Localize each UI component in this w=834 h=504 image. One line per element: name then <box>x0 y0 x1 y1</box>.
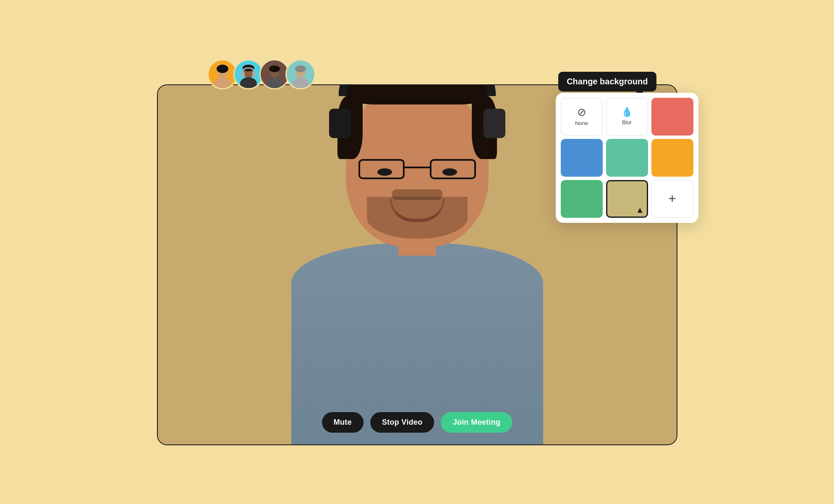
glasses-right-lens <box>430 159 476 179</box>
avatar-2-image <box>235 60 262 88</box>
glasses <box>358 159 476 180</box>
svg-point-3 <box>217 65 228 73</box>
mute-button[interactable]: Mute <box>322 412 363 433</box>
avatar-4-image <box>287 60 314 88</box>
avatar-2[interactable] <box>233 59 264 89</box>
blur-label: Blur <box>622 119 632 125</box>
join-meeting-button[interactable]: Join Meeting <box>441 412 512 433</box>
bg-option-blur[interactable]: 💧 Blur <box>606 98 648 136</box>
stop-video-button[interactable]: Stop Video <box>370 412 434 433</box>
figure <box>249 84 585 444</box>
bg-option-red[interactable] <box>651 98 693 136</box>
bg-option-green[interactable] <box>561 180 603 218</box>
blur-icon: 💧 <box>621 107 633 117</box>
bg-option-add[interactable]: + <box>651 180 693 218</box>
headphone-right <box>484 109 505 138</box>
glasses-left-lens <box>358 159 405 179</box>
controls-bar: Mute Stop Video Join Meeting <box>322 412 512 433</box>
bg-picker-panel: ⊘ None 💧 Blur ▲ + <box>556 93 698 223</box>
bg-option-orange[interactable] <box>651 139 693 177</box>
none-label: None <box>575 120 588 126</box>
avatar-1[interactable] <box>207 59 238 89</box>
svg-rect-9 <box>252 72 256 77</box>
fig-mustache <box>392 189 442 200</box>
glasses-bridge <box>405 167 430 168</box>
none-icon: ⊘ <box>577 107 586 118</box>
avatar-4[interactable] <box>285 59 316 89</box>
bg-option-tan[interactable]: ▲ <box>606 180 648 218</box>
bg-option-blue[interactable] <box>561 139 603 177</box>
avatars-row <box>207 59 316 89</box>
add-icon: + <box>668 191 676 206</box>
change-background-tooltip: Change background <box>558 72 656 91</box>
bg-option-none[interactable]: ⊘ None <box>561 98 603 136</box>
headphone-band <box>338 84 496 96</box>
avatar-3-image <box>261 60 288 88</box>
page-wrapper: Mute Stop Video Join Meeting <box>123 59 711 445</box>
svg-point-17 <box>295 65 306 72</box>
svg-point-13 <box>269 65 280 72</box>
svg-rect-8 <box>241 72 245 77</box>
avatar-1-image <box>209 60 236 88</box>
cursor-icon: ▲ <box>636 205 644 215</box>
bg-option-teal[interactable] <box>606 139 648 177</box>
headphone-left <box>329 109 351 138</box>
avatar-3[interactable] <box>259 59 290 89</box>
